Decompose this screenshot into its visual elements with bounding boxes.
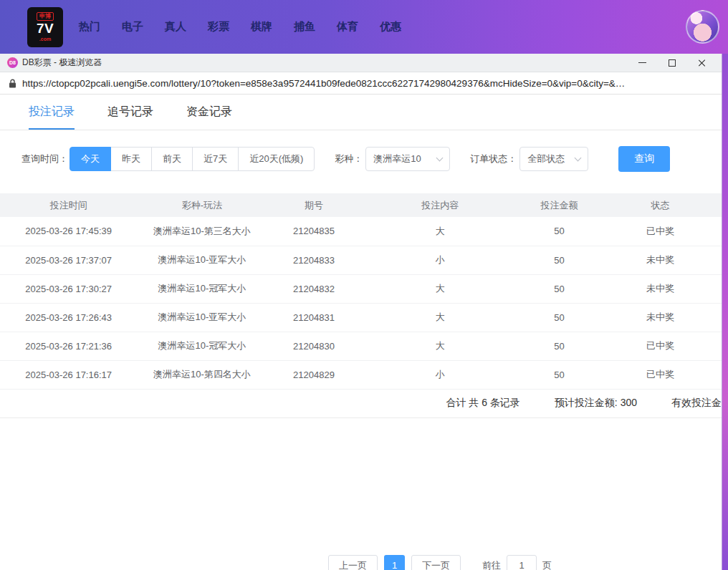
col-header-bet-content: 投注内容 bbox=[360, 193, 519, 217]
cell-bet-content: 小 bbox=[360, 246, 519, 274]
prev-page-button[interactable]: 上一页 bbox=[328, 555, 378, 570]
cell-issue: 21204829 bbox=[267, 360, 361, 389]
table-row: 2025-03-26 17:16:17澳洲幸运10-第四名大小21204829小… bbox=[0, 360, 722, 389]
summary-expected-amount: 预计投注金额: 300 bbox=[555, 397, 637, 410]
time-filter-group: 今天 昨天 前天 近7天 近20天(低频) bbox=[70, 147, 315, 171]
lottery-select[interactable]: 澳洲幸运10 bbox=[365, 147, 450, 171]
nav-item-hot[interactable]: 热门 bbox=[79, 20, 100, 34]
next-page-button[interactable]: 下一页 bbox=[411, 555, 461, 570]
maximize-button[interactable] bbox=[667, 58, 677, 68]
cell-issue: 21204835 bbox=[267, 217, 361, 246]
cell-issue: 21204831 bbox=[267, 303, 361, 332]
lottery-select-value: 澳洲幸运10 bbox=[373, 153, 421, 165]
main-nav: 热门 电子 真人 彩票 棋牌 捕鱼 体育 优惠 bbox=[79, 20, 401, 34]
cell-bet-time: 2025-03-26 17:26:43 bbox=[0, 303, 137, 332]
cell-bet-content: 小 bbox=[360, 360, 519, 389]
cell-status: 未中奖 bbox=[599, 303, 722, 332]
nav-item-sports[interactable]: 体育 bbox=[337, 20, 358, 34]
time-filter-yesterday[interactable]: 昨天 bbox=[110, 147, 152, 171]
brand-logo-top: 申博 bbox=[37, 12, 54, 21]
cell-bet-content: 大 bbox=[360, 332, 519, 360]
cell-bet-time: 2025-03-26 17:30:27 bbox=[0, 274, 137, 303]
user-avatar[interactable] bbox=[686, 10, 719, 44]
table-body: 2025-03-26 17:45:39澳洲幸运10-第三名大小21204835大… bbox=[0, 217, 722, 389]
order-status-value: 全部状态 bbox=[527, 153, 565, 165]
window-title-bar: D8 DB彩票 - 极速浏览器 bbox=[0, 54, 722, 72]
col-header-bet-time: 投注时间 bbox=[0, 193, 137, 217]
cell-bet-content: 大 bbox=[360, 217, 519, 246]
chevron-down-icon bbox=[575, 154, 582, 161]
time-filter-day-before[interactable]: 前天 bbox=[151, 147, 193, 171]
nav-item-fishing[interactable]: 捕鱼 bbox=[294, 20, 315, 34]
cell-bet-amount: 50 bbox=[519, 360, 599, 389]
page-unit-label: 页 bbox=[542, 559, 552, 570]
lock-icon bbox=[9, 79, 16, 88]
brand-logo[interactable]: 申博 7V .com bbox=[27, 7, 63, 47]
close-button[interactable] bbox=[697, 58, 707, 68]
tab-chase-records[interactable]: 追号记录 bbox=[107, 95, 153, 130]
search-button[interactable]: 查询 bbox=[618, 146, 670, 172]
cell-game-play: 澳洲幸运10-亚军大小 bbox=[137, 246, 267, 274]
close-icon bbox=[698, 59, 707, 67]
cell-bet-amount: 50 bbox=[519, 246, 599, 274]
col-header-issue: 期号 bbox=[267, 193, 361, 217]
time-filter-20days[interactable]: 近20天(低频) bbox=[238, 147, 315, 171]
lottery-records-page: 投注记录 追号记录 资金记录 查询时间： 今天 昨天 前天 近7天 近20天(低… bbox=[0, 95, 722, 570]
nav-item-electronic[interactable]: 电子 bbox=[122, 20, 143, 34]
brand-logo-main: 7V bbox=[37, 21, 54, 36]
table-row: 2025-03-26 17:45:39澳洲幸运10-第三名大小21204835大… bbox=[0, 217, 722, 246]
time-filter-today[interactable]: 今天 bbox=[70, 147, 111, 171]
tab-bet-records[interactable]: 投注记录 bbox=[29, 95, 75, 130]
col-header-bet-amount: 投注金额 bbox=[519, 193, 599, 217]
window-title: DB彩票 - 极速浏览器 bbox=[22, 57, 102, 69]
tab-row: 投注记录 追号记录 资金记录 bbox=[0, 95, 722, 130]
cell-game-play: 澳洲幸运10-冠军大小 bbox=[137, 274, 267, 303]
pagination: 上一页 1 下一页 前往 页 bbox=[328, 555, 552, 570]
browser-window: D8 DB彩票 - 极速浏览器 https://ctopcp02pcali.ue… bbox=[0, 54, 722, 570]
cell-status: 已中奖 bbox=[599, 217, 722, 246]
cell-bet-amount: 50 bbox=[519, 303, 599, 332]
minimize-button[interactable] bbox=[637, 58, 647, 68]
goto-page-input[interactable] bbox=[507, 555, 537, 570]
summary-valid-amount: 有效投注金额 bbox=[671, 397, 722, 410]
table-row: 2025-03-26 17:21:36澳洲幸运10-冠军大小21204830大5… bbox=[0, 332, 722, 360]
nav-item-boardgames[interactable]: 棋牌 bbox=[251, 20, 272, 34]
cell-bet-content: 大 bbox=[360, 274, 519, 303]
cell-status: 未中奖 bbox=[599, 274, 722, 303]
top-nav-bar: 申博 7V .com 热门 电子 真人 彩票 棋牌 捕鱼 体育 优惠 bbox=[0, 0, 728, 54]
cell-bet-amount: 50 bbox=[519, 274, 599, 303]
tab-fund-records[interactable]: 资金记录 bbox=[186, 95, 232, 130]
cell-issue: 21204832 bbox=[267, 274, 361, 303]
cell-status: 未中奖 bbox=[599, 246, 722, 274]
summary-total: 合计 共 6 条记录 bbox=[446, 397, 519, 410]
cell-game-play: 澳洲幸运10-亚军大小 bbox=[137, 303, 267, 332]
address-bar[interactable]: https://ctopcp02pcali.uengi5e.com/lotter… bbox=[0, 72, 722, 95]
table-row: 2025-03-26 17:37:07澳洲幸运10-亚军大小21204833小5… bbox=[0, 246, 722, 274]
order-status-select[interactable]: 全部状态 bbox=[519, 147, 588, 171]
cell-bet-time: 2025-03-26 17:16:17 bbox=[0, 360, 137, 389]
time-filter-label: 查询时间： bbox=[21, 153, 68, 165]
window-controls bbox=[637, 58, 714, 68]
nav-item-lottery[interactable]: 彩票 bbox=[208, 20, 229, 34]
nav-item-live[interactable]: 真人 bbox=[165, 20, 186, 34]
filter-row: 查询时间： 今天 昨天 前天 近7天 近20天(低频) 彩种： 澳洲幸运10 订… bbox=[21, 146, 722, 172]
table-header-row: 投注时间 彩种-玩法 期号 投注内容 投注金额 状态 bbox=[0, 193, 722, 217]
status-filter-label: 订单状态： bbox=[470, 153, 517, 165]
cell-status: 已中奖 bbox=[599, 360, 722, 389]
table-row: 2025-03-26 17:26:43澳洲幸运10-亚军大小21204831大5… bbox=[0, 303, 722, 332]
nav-item-promotions[interactable]: 优惠 bbox=[380, 20, 401, 34]
bet-records-table: 投注时间 彩种-玩法 期号 投注内容 投注金额 状态 2025-03-26 17… bbox=[0, 193, 722, 390]
cell-bet-content: 大 bbox=[360, 303, 519, 332]
cell-game-play: 澳洲幸运10-冠军大小 bbox=[137, 332, 267, 360]
cell-status: 已中奖 bbox=[599, 332, 722, 360]
url-text[interactable]: https://ctopcp02pcali.uengi5e.com/lotter… bbox=[22, 78, 625, 89]
col-header-game-play: 彩种-玩法 bbox=[137, 193, 267, 217]
col-header-status: 状态 bbox=[599, 193, 722, 217]
cell-bet-time: 2025-03-26 17:21:36 bbox=[0, 332, 137, 360]
cell-issue: 21204830 bbox=[267, 332, 361, 360]
page-number-1[interactable]: 1 bbox=[384, 555, 405, 570]
time-filter-7days[interactable]: 近7天 bbox=[192, 147, 239, 171]
cell-game-play: 澳洲幸运10-第四名大小 bbox=[137, 360, 267, 389]
cell-bet-amount: 50 bbox=[519, 332, 599, 360]
summary-row: 合计 共 6 条记录 预计投注金额: 300 有效投注金额 bbox=[0, 390, 722, 418]
